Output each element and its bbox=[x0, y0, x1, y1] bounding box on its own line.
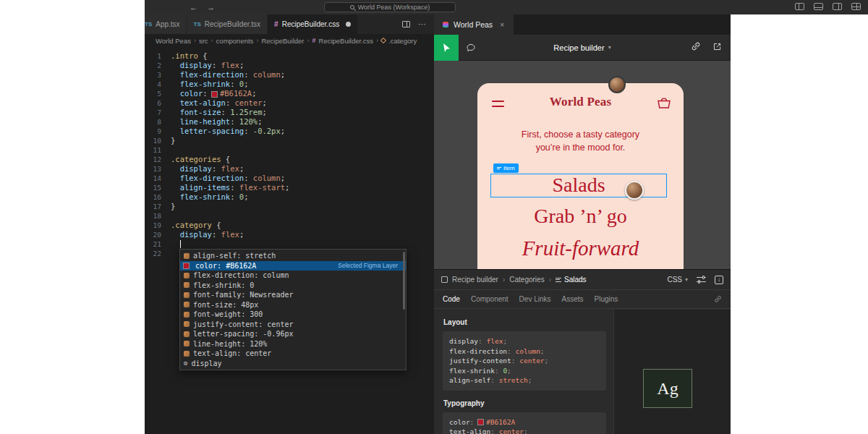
suggestion-label: flex-direction: column bbox=[193, 271, 289, 279]
breadcrumb-recipe-builder[interactable]: Recipe builder bbox=[452, 276, 498, 284]
code-token: : bbox=[212, 230, 221, 239]
code-line[interactable]: 20 display: flex; bbox=[145, 230, 434, 239]
code-editor-area[interactable]: 1.intro {2 display: flex;3 flex-directio… bbox=[145, 47, 434, 434]
breadcrumb-item[interactable]: World Peas bbox=[156, 37, 191, 45]
breadcrumb-item[interactable]: RecipeBuilder.css bbox=[319, 37, 374, 45]
language-selector[interactable]: CSS ▾ bbox=[667, 276, 688, 284]
suggestion-item[interactable]: font-family: Newsreader bbox=[180, 290, 406, 300]
line-content: .categories { bbox=[171, 155, 230, 164]
code-line[interactable]: 18 bbox=[145, 211, 434, 221]
code-line[interactable]: 13 display: flex; bbox=[145, 164, 434, 174]
hamburger-menu-icon[interactable] bbox=[492, 101, 504, 111]
tab-code[interactable]: Code bbox=[443, 295, 460, 303]
code-line[interactable]: 11 bbox=[145, 145, 434, 155]
tab-recipebuilder-tsx[interactable]: TS RecipeBuilder.tsx bbox=[187, 14, 268, 34]
code-line[interactable]: 7 font-size: 1.25rem; bbox=[145, 108, 434, 117]
move-tool-button[interactable] bbox=[434, 35, 459, 61]
back-arrow-icon[interactable]: ← bbox=[190, 2, 197, 12]
code-token: ; bbox=[281, 127, 285, 135]
code-line[interactable]: 1.intro { bbox=[145, 51, 434, 61]
code-line[interactable]: 14 flex-direction: column; bbox=[145, 174, 434, 183]
code-token: ; bbox=[545, 357, 549, 365]
design-canvas[interactable]: World Peas First, choose a tasty categor… bbox=[434, 61, 731, 269]
code-token bbox=[171, 80, 180, 88]
customize-layout-icon[interactable] bbox=[851, 3, 861, 10]
code-line[interactable]: 3 flex-direction: column; bbox=[145, 70, 434, 80]
suggestion-item[interactable]: line-height: 120% bbox=[180, 339, 406, 349]
code-line[interactable]: 19.category { bbox=[145, 221, 434, 230]
code-line[interactable]: 17} bbox=[145, 202, 434, 211]
code-snippet-block[interactable]: display: flex;flex-direction: column;jus… bbox=[443, 331, 606, 391]
dev-resources-icon[interactable] bbox=[714, 295, 722, 303]
code-line[interactable]: 16 flex-shrink: 0; bbox=[145, 192, 434, 202]
category-fruit-forward[interactable]: Fruit-forward bbox=[477, 237, 684, 260]
design-app-title[interactable]: World Peas bbox=[477, 95, 684, 109]
suggestion-item[interactable]: justify-content: center bbox=[180, 320, 406, 330]
suggestion-item[interactable]: ⚙display bbox=[180, 359, 406, 369]
dropdown-scrollbar[interactable] bbox=[403, 252, 405, 310]
code-line[interactable]: 6 text-align: center; bbox=[145, 98, 434, 108]
suggestion-item[interactable]: color: #B6162ASelected Figma Layer bbox=[180, 261, 406, 271]
code-token: : bbox=[230, 80, 239, 88]
suggestion-item[interactable]: font-size: 48px bbox=[180, 300, 406, 310]
basket-icon[interactable] bbox=[656, 96, 672, 112]
tab-app-tsx[interactable]: TS App.tsx bbox=[145, 14, 187, 34]
line-content: display: flex; bbox=[171, 230, 244, 239]
line-number: 11 bbox=[145, 145, 171, 155]
line-number: 4 bbox=[145, 80, 171, 89]
code-snippet-block[interactable]: color: #B6162Atext-align: center; bbox=[443, 412, 606, 434]
code-token: .categories bbox=[171, 155, 221, 163]
split-editor-icon[interactable] bbox=[402, 21, 410, 27]
tab-dev-links[interactable]: Dev Links bbox=[519, 295, 551, 303]
toggle-panel-icon[interactable] bbox=[814, 3, 823, 10]
code-line[interactable]: 9 letter-spacing: -0.2px; bbox=[145, 127, 434, 136]
design-intro-text[interactable]: First, choose a tasty category you’re in… bbox=[477, 128, 684, 154]
comment-tool-button[interactable] bbox=[459, 35, 483, 61]
tab-component[interactable]: Component bbox=[471, 295, 509, 303]
command-center-search[interactable]: World Peas (Workspace) bbox=[324, 2, 456, 12]
snippet-line: display: flex; bbox=[449, 336, 600, 346]
line-content: text-align: center; bbox=[171, 98, 267, 108]
open-in-new-window-icon[interactable] bbox=[712, 41, 722, 54]
code-token: flex-shrink bbox=[180, 192, 231, 201]
breadcrumb-item[interactable]: components bbox=[216, 37, 254, 45]
inspect-breadcrumb-row: Recipe builder › Categories › Salads CSS… bbox=[434, 270, 731, 290]
code-line[interactable]: 5 color: #B6162A; bbox=[145, 89, 434, 98]
breadcrumb-item[interactable]: RecipeBuilder bbox=[261, 37, 304, 45]
breadcrumb-item[interactable]: .category bbox=[388, 37, 417, 45]
suggestion-label: font-family: Newsreader bbox=[193, 291, 293, 299]
preferences-sliders-icon[interactable] bbox=[697, 276, 706, 284]
category-grab-n-go[interactable]: Grab ’n’ go bbox=[477, 205, 684, 228]
code-line[interactable]: 21 bbox=[145, 239, 434, 249]
more-actions-icon[interactable]: ⋯ bbox=[418, 21, 427, 27]
code-line[interactable]: 8 line-height: 120%; bbox=[145, 117, 434, 127]
suggestion-item[interactable]: font-weight: 300 bbox=[180, 310, 406, 320]
tab-plugins[interactable]: Plugins bbox=[595, 295, 618, 303]
close-tab-icon[interactable]: × bbox=[500, 20, 504, 29]
intro-line-1: First, choose a tasty category bbox=[477, 128, 684, 141]
code-line[interactable]: 10} bbox=[145, 136, 434, 145]
code-line[interactable]: 15 align-items: flex-start; bbox=[145, 183, 434, 192]
toggle-sidebar-icon[interactable] bbox=[795, 3, 804, 10]
suggestion-item[interactable]: text-align: center bbox=[180, 349, 406, 359]
tab-recipebuilder-css[interactable]: # RecipeBuilder.css bbox=[268, 14, 358, 34]
suggestion-item[interactable]: align-self: stretch bbox=[180, 251, 406, 261]
copy-link-icon[interactable] bbox=[691, 41, 701, 54]
suggestion-item[interactable]: letter-spacing: -0.96px bbox=[180, 329, 406, 339]
tab-assets[interactable]: Assets bbox=[562, 295, 584, 303]
forward-arrow-icon[interactable]: → bbox=[207, 2, 215, 12]
figma-file-tab[interactable]: World Peas × bbox=[434, 14, 514, 35]
toggle-secondary-sidebar-icon[interactable] bbox=[833, 3, 842, 10]
line-number: 10 bbox=[145, 136, 171, 145]
export-icon[interactable]: ↓ bbox=[715, 276, 723, 284]
code-token: ; bbox=[507, 367, 511, 375]
breadcrumb-item[interactable]: src bbox=[199, 37, 208, 45]
code-line[interactable]: 4 flex-shrink: 0; bbox=[145, 80, 434, 89]
design-frame[interactable]: World Peas First, choose a tasty categor… bbox=[477, 83, 684, 269]
suggestion-item[interactable]: flex-shrink: 0 bbox=[180, 281, 406, 291]
code-line[interactable]: 12.categories { bbox=[145, 155, 434, 164]
breadcrumb-salads[interactable]: Salads bbox=[556, 276, 587, 284]
code-line[interactable]: 2 display: flex; bbox=[145, 61, 434, 70]
suggestion-item[interactable]: flex-direction: column bbox=[180, 271, 406, 281]
breadcrumb-categories[interactable]: Categories bbox=[509, 276, 544, 284]
